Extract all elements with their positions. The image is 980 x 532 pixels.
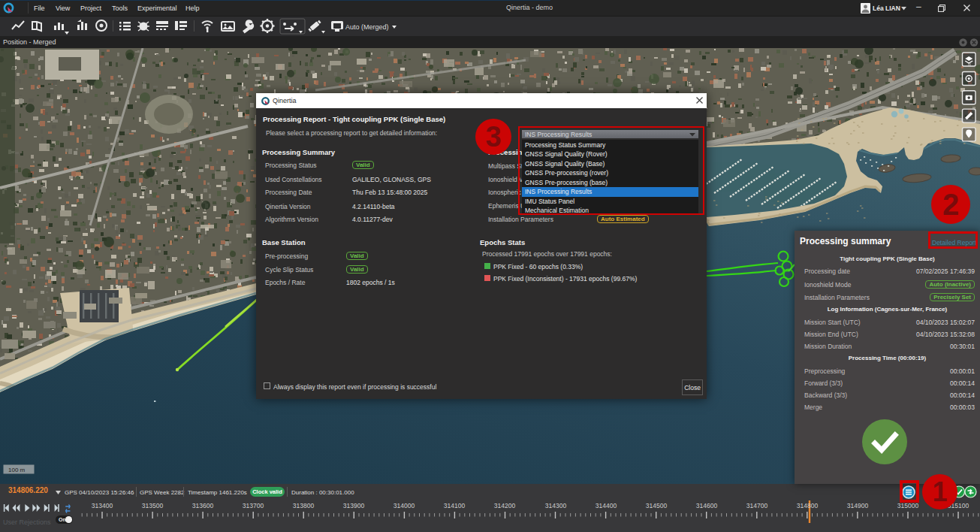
svg-text:100 m: 100 m (8, 467, 26, 473)
svg-text:Auto (Merged): Auto (Merged) (345, 23, 389, 31)
